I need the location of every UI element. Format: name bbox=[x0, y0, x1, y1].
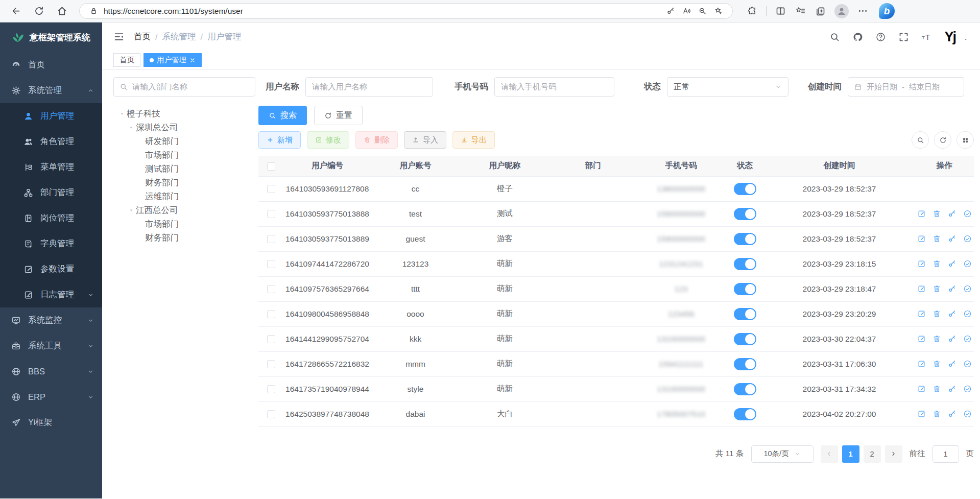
zoom-out-icon[interactable] bbox=[698, 7, 707, 15]
select-all-checkbox[interactable] bbox=[267, 162, 275, 171]
header-search-icon[interactable] bbox=[829, 32, 840, 42]
delete-button[interactable] bbox=[933, 385, 941, 393]
row-checkbox[interactable] bbox=[267, 310, 275, 318]
username-input[interactable] bbox=[305, 77, 433, 97]
created-daterange[interactable]: 开始日期 - 结束日期 bbox=[848, 77, 964, 97]
sidebar-item-system[interactable]: 系统管理 bbox=[0, 78, 102, 103]
sidebar-item-bbs[interactable]: BBS bbox=[0, 359, 102, 384]
reset-password-button[interactable] bbox=[948, 284, 957, 293]
assign-role-button[interactable] bbox=[963, 284, 972, 293]
tree-node[interactable]: 橙子科技 bbox=[113, 107, 255, 121]
page-button-2[interactable]: 2 bbox=[864, 445, 881, 463]
tab-home[interactable]: 首页 bbox=[113, 53, 140, 67]
edit-button[interactable] bbox=[917, 360, 926, 368]
refresh-table-button[interactable] bbox=[934, 131, 951, 149]
row-checkbox[interactable] bbox=[267, 285, 275, 293]
assign-role-button[interactable] bbox=[963, 410, 972, 418]
export-button[interactable]: 导出 bbox=[452, 131, 495, 149]
status-toggle[interactable] bbox=[734, 408, 756, 420]
edit-button[interactable] bbox=[917, 209, 926, 218]
edit-button[interactable] bbox=[917, 310, 926, 318]
sidebar-item-param-settings[interactable]: 参数设置 bbox=[0, 256, 102, 282]
status-toggle[interactable] bbox=[734, 183, 756, 195]
tree-node[interactable]: 江西总公司 bbox=[113, 203, 255, 217]
tree-node[interactable]: 研发部门 bbox=[113, 134, 255, 148]
sidebar-item-monitor[interactable]: 系统监控 bbox=[0, 307, 102, 333]
sidebar-item-post-mgmt[interactable]: 岗位管理 bbox=[0, 205, 102, 231]
breadcrumb-item[interactable]: 系统管理 bbox=[162, 31, 196, 42]
sidebar-item-tools[interactable]: 系统工具 bbox=[0, 333, 102, 359]
status-toggle[interactable] bbox=[734, 383, 756, 395]
tree-node[interactable]: 市场部门 bbox=[113, 217, 255, 231]
sidebar-item-erp[interactable]: ERP bbox=[0, 384, 102, 410]
assign-role-button[interactable] bbox=[963, 310, 972, 318]
sidebar-item-role-mgmt[interactable]: 角色管理 bbox=[0, 129, 102, 154]
reset-password-button[interactable] bbox=[948, 360, 957, 368]
row-checkbox[interactable] bbox=[267, 385, 275, 393]
row-checkbox[interactable] bbox=[267, 185, 275, 193]
reset-password-button[interactable] bbox=[948, 310, 957, 318]
tree-node[interactable]: 财务部门 bbox=[113, 176, 255, 189]
add-button[interactable]: 新增 bbox=[258, 131, 301, 149]
sidebar-item-dict-mgmt[interactable]: 字典管理 bbox=[0, 231, 102, 256]
tree-node[interactable]: 运维部门 bbox=[113, 189, 255, 203]
phone-input[interactable] bbox=[494, 77, 614, 97]
lock-icon[interactable] bbox=[89, 7, 98, 15]
assign-role-button[interactable] bbox=[963, 335, 972, 343]
edit-button[interactable] bbox=[917, 385, 926, 393]
status-select[interactable]: 正常 bbox=[667, 77, 788, 97]
tree-node[interactable]: 深圳总公司 bbox=[113, 121, 255, 134]
page-size-select[interactable]: 10条/页 bbox=[751, 445, 814, 463]
goto-page-input[interactable] bbox=[933, 445, 959, 463]
delete-button[interactable] bbox=[933, 234, 941, 243]
assign-role-button[interactable] bbox=[963, 234, 972, 243]
help-icon[interactable] bbox=[875, 32, 886, 42]
more-menu-icon[interactable] bbox=[857, 6, 868, 16]
status-toggle[interactable] bbox=[734, 358, 756, 370]
status-toggle[interactable] bbox=[734, 333, 756, 345]
extensions-icon[interactable] bbox=[747, 6, 757, 16]
favorites-bar-icon[interactable] bbox=[795, 6, 806, 16]
user-avatar[interactable]: Yj bbox=[944, 30, 955, 44]
prev-page-button[interactable] bbox=[821, 445, 838, 463]
delete-button[interactable] bbox=[933, 259, 941, 268]
tree-node[interactable]: 财务部门 bbox=[113, 231, 255, 245]
row-checkbox[interactable] bbox=[267, 335, 275, 343]
row-checkbox[interactable] bbox=[267, 235, 275, 243]
fullscreen-icon[interactable] bbox=[898, 32, 909, 42]
reset-password-button[interactable] bbox=[948, 209, 957, 218]
assign-role-button[interactable] bbox=[963, 259, 972, 268]
address-bar[interactable]: https://ccnetcore.com:1101/system/user bbox=[79, 3, 733, 19]
row-checkbox[interactable] bbox=[267, 410, 275, 418]
collections-icon[interactable] bbox=[815, 6, 826, 16]
edit-button[interactable] bbox=[917, 259, 926, 268]
github-icon[interactable] bbox=[852, 32, 863, 42]
dept-search-input[interactable] bbox=[113, 77, 255, 97]
assign-role-button[interactable] bbox=[963, 209, 972, 218]
tab-user-mgmt[interactable]: 用户管理 bbox=[144, 53, 202, 67]
sidebar-item-home[interactable]: 首页 bbox=[0, 52, 102, 78]
split-screen-icon[interactable] bbox=[775, 6, 786, 16]
reset-button[interactable]: 重置 bbox=[314, 106, 363, 125]
delete-button[interactable]: 删除 bbox=[355, 131, 398, 149]
bing-chat-icon[interactable]: b bbox=[879, 3, 895, 19]
search-button[interactable]: 搜索 bbox=[258, 106, 307, 125]
delete-button[interactable] bbox=[933, 360, 941, 368]
sidebar-item-log-mgmt[interactable]: 日志管理 bbox=[0, 282, 102, 307]
page-button-1[interactable]: 1 bbox=[842, 445, 859, 463]
edit-button[interactable] bbox=[917, 335, 926, 343]
url-text[interactable]: https://ccnetcore.com:1101/system/user bbox=[104, 7, 243, 16]
delete-button[interactable] bbox=[933, 310, 941, 318]
sidebar-item-yi-framework[interactable]: Yi框架 bbox=[0, 410, 102, 435]
edit-button[interactable] bbox=[917, 284, 926, 293]
reset-password-button[interactable] bbox=[948, 259, 957, 268]
edit-button[interactable] bbox=[917, 410, 926, 418]
tree-node[interactable]: 测试部门 bbox=[113, 162, 255, 176]
edit-button[interactable] bbox=[917, 234, 926, 243]
password-icon[interactable] bbox=[666, 7, 675, 15]
browser-home-icon[interactable] bbox=[57, 6, 67, 16]
show-search-button[interactable] bbox=[912, 131, 929, 149]
delete-button[interactable] bbox=[933, 410, 941, 418]
avatar-caret-icon[interactable] bbox=[963, 36, 969, 42]
browser-refresh-icon[interactable] bbox=[34, 6, 44, 16]
